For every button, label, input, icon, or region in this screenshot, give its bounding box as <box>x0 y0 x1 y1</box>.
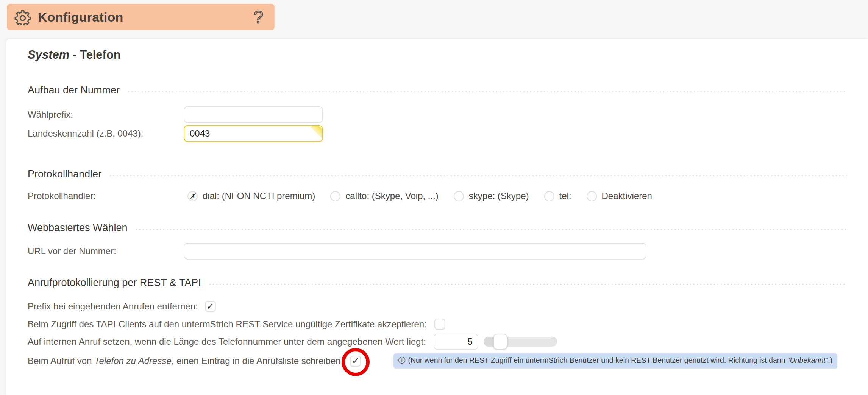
page-title-context: System <box>28 48 69 61</box>
row-anrufsliste: Beim Aufruf von Telefon zu Adresse, eine… <box>28 353 847 369</box>
page-title-page: Telefon <box>80 48 121 61</box>
radio-option-tel[interactable]: tel: <box>544 191 571 201</box>
interner-anruf-label: Auf internen Anruf setzen, wenn die Läng… <box>28 336 426 347</box>
slider-handle[interactable] <box>493 334 507 349</box>
section-heading-label: Anrufprotokollierung per REST & TAPI <box>28 277 201 289</box>
waehlprefix-input[interactable] <box>184 106 323 123</box>
radio-label[interactable]: skype: (Skype) <box>469 191 529 201</box>
section-protokollhandler: Protokollhandler <box>28 168 847 180</box>
tapi-zertifikate-label: Beim Zugriff des TAPI-Clients auf den un… <box>28 319 427 330</box>
section-aufbau-der-nummer: Aufbau der Nummer <box>28 84 847 96</box>
landeskennzahl-label: Landeskennzahl (z.B. 0043): <box>28 128 184 139</box>
page-title: System - Telefon <box>28 48 847 62</box>
tapi-zertifikate-checkbox[interactable] <box>434 319 445 330</box>
config-header[interactable]: Konfiguration ? <box>7 4 275 30</box>
radio-option-dial[interactable]: ✗ dial: (NFON NCTI premium) <box>187 191 315 201</box>
radio-option-deaktivieren[interactable]: Deaktivieren <box>587 191 652 201</box>
radio-unselected-icon[interactable] <box>544 191 554 201</box>
prefix-entfernen-checkbox[interactable]: ✓ <box>205 301 216 312</box>
info-icon: ⓘ <box>398 356 405 365</box>
url-input[interactable] <box>184 243 646 260</box>
radio-label[interactable]: Deaktivieren <box>602 191 652 201</box>
interner-anruf-slider[interactable] <box>484 334 557 350</box>
protokollhandler-label: Protokollhandler: <box>28 191 184 201</box>
page-title-separator: - <box>69 48 80 61</box>
radio-unselected-icon[interactable] <box>454 191 464 201</box>
section-heading-label: Webbasiertes Wählen <box>28 222 128 234</box>
row-landeskennzahl: Landeskennzahl (z.B. 0043): <box>28 125 847 142</box>
landeskennzahl-input[interactable] <box>184 125 323 142</box>
radio-option-callto[interactable]: callto: (Skype, Voip, ...) <box>330 191 438 201</box>
radio-option-skype[interactable]: skype: (Skype) <box>454 191 529 201</box>
anrufsliste-checkbox[interactable]: ✓ <box>350 356 361 367</box>
anrufsliste-info-badge: ⓘ (Nur wenn für den REST Zugriff ein unt… <box>393 353 837 369</box>
radio-label[interactable]: callto: (Skype, Voip, ...) <box>345 191 438 201</box>
row-waehlprefix: Wählprefix: <box>28 106 847 123</box>
waehlprefix-label: Wählprefix: <box>28 109 184 120</box>
row-prefix-entfernen: Prefix bei eingehenden Anrufen entfernen… <box>28 301 847 312</box>
anrufsliste-label-italic: Telefon zu Adresse <box>94 356 172 366</box>
header-title: Konfiguration <box>38 10 253 25</box>
row-interner-anruf: Auf internen Anruf setzen, wenn die Läng… <box>28 334 847 350</box>
protokollhandler-radio-group: ✗ dial: (NFON NCTI premium) callto: (Sky… <box>184 191 652 201</box>
section-divider <box>128 91 847 92</box>
radio-unselected-icon[interactable] <box>587 191 597 201</box>
info-text: (Nur wenn für den REST Zugriff ein unter… <box>408 356 832 365</box>
row-protokollhandler: Protokollhandler: ✗ dial: (NFON NCTI pre… <box>28 191 847 201</box>
url-label: URL vor der Nummer: <box>28 246 184 257</box>
radio-label[interactable]: tel: <box>559 191 571 201</box>
section-divider <box>110 175 847 176</box>
row-tapi-zertifikate: Beim Zugriff des TAPI-Clients auf den un… <box>28 319 847 330</box>
section-webbasiertes-waehlen: Webbasiertes Wählen <box>28 222 847 234</box>
section-anrufprotokollierung: Anrufprotokollierung per REST & TAPI <box>28 277 847 289</box>
gear-icon <box>14 9 31 25</box>
anrufsliste-label: Beim Aufruf von Telefon zu Adresse, eine… <box>28 356 343 366</box>
radio-unselected-icon[interactable] <box>330 191 340 201</box>
config-panel: System - Telefon Aufbau der Nummer Wählp… <box>6 39 868 395</box>
section-heading-label: Aufbau der Nummer <box>28 84 120 96</box>
help-icon[interactable]: ? <box>253 8 265 26</box>
interner-anruf-wert-input[interactable] <box>434 334 478 350</box>
section-divider <box>209 284 847 285</box>
row-url-vor-der-nummer: URL vor der Nummer: <box>28 243 847 260</box>
section-divider <box>136 229 847 230</box>
radio-selected-icon[interactable]: ✗ <box>187 191 198 201</box>
section-heading-label: Protokollhandler <box>28 168 101 180</box>
prefix-entfernen-label: Prefix bei eingehenden Anrufen entfernen… <box>28 301 198 312</box>
radio-label[interactable]: dial: (NFON NCTI premium) <box>203 191 315 201</box>
